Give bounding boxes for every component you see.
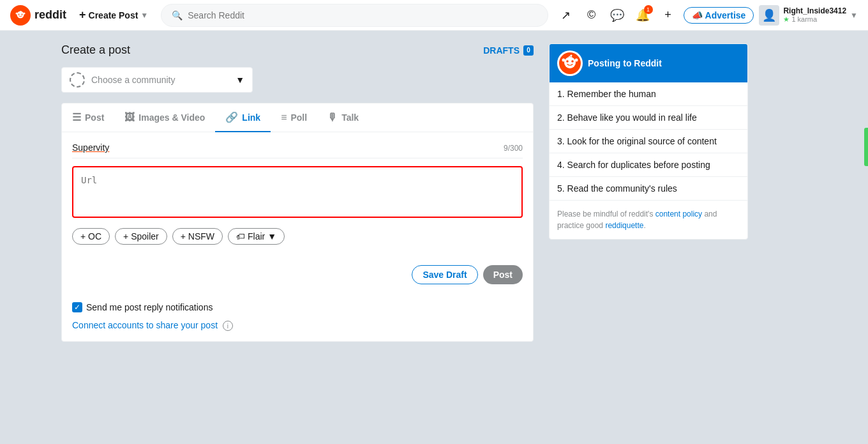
svg-point-5 [24,12,26,14]
search-bar[interactable]: 🔍 [161,4,548,27]
nsfw-button[interactable]: + NSFW [172,228,223,245]
connect-accounts-link[interactable]: Connect accounts to share your post [72,320,218,330]
karma-display: ★ 1 karma [783,15,846,24]
avatar: 👤 [759,5,779,26]
header: reddit + Create Post ▼ 🔍 ↗ © 💬 🔔 1 + 📣 A… [0,0,868,31]
plus-icon: + [79,8,86,22]
url-input[interactable] [81,175,514,207]
post-body: Supervity 9/300 + OC + Spoiler + [62,132,533,255]
coins-icon-button[interactable]: © [581,5,602,26]
svg-point-11 [575,59,578,62]
svg-point-3 [22,13,23,15]
header-icons: ↗ © 💬 🔔 1 + 📣 Advertise 👤 Right_Inside34… [556,5,858,26]
submit-row: Save Draft Post [62,255,533,295]
svg-point-7 [564,57,576,68]
notification-bell-button[interactable]: 🔔 1 [632,5,653,26]
char-count: 9/300 [504,144,523,153]
posting-rules-header: Posting to Reddit [550,44,747,82]
add-icon-button[interactable]: + [658,5,678,26]
chat-icon-button[interactable]: 💬 [607,5,627,26]
create-post-button[interactable]: + Create Post ▼ [74,6,153,24]
connect-accounts-row: Connect accounts to share your post i [62,320,533,341]
trending-icon-button[interactable]: ↗ [556,5,576,26]
post-tabs: ☰ Post 🖼 Images & Video 🔗 Link ≡ Poll 🎙 [62,103,533,132]
title-value: Supervity [72,142,109,153]
user-dropdown-arrow-icon: ▼ [850,11,858,20]
tab-poll[interactable]: ≡ Poll [271,103,317,132]
notification-label: Send me post reply notifications [86,302,213,312]
info-icon[interactable]: i [223,321,233,331]
tab-talk[interactable]: 🎙 Talk [317,103,369,132]
community-dropdown-arrow-icon: ▼ [236,75,244,85]
post-button[interactable]: Post [483,265,523,284]
spoiler-button[interactable]: + Spoiler [115,228,167,245]
tab-images-video[interactable]: 🖼 Images & Video [114,103,215,132]
page-title: Create a post [61,43,130,57]
notification-checkbox[interactable]: ✓ [72,302,82,312]
community-chooser[interactable]: Choose a community ▼ [61,67,253,93]
green-indicator [864,128,868,166]
save-draft-button[interactable]: Save Draft [412,265,477,284]
logo[interactable]: reddit [10,5,66,26]
content-policy-link[interactable]: content policy [655,210,702,218]
title-row: Supervity 9/300 [72,142,523,158]
rule-item-4: 4. Search for duplicates before posting [550,153,747,177]
svg-point-4 [16,12,18,14]
megaphone-icon: 📣 [692,10,703,20]
post-tab-icon: ☰ [72,111,81,123]
main-content: Create a post DRAFTS 0 Choose a communit… [61,43,534,342]
snoo-icon [557,50,583,76]
tab-post[interactable]: ☰ Post [62,103,114,132]
user-menu[interactable]: 👤 Right_Inside3412 ★ 1 karma ▼ [759,5,858,26]
community-chooser-label: Choose a community [91,75,229,85]
tag-icon: 🏷 [236,231,245,241]
flair-dropdown-icon: ▼ [267,231,276,241]
svg-point-12 [571,55,572,57]
reddit-logo-icon [10,5,31,26]
community-icon [70,72,85,88]
search-icon: 🔍 [172,10,183,20]
rules-footer: Please be mindful of reddit's content po… [550,201,747,239]
action-buttons: + OC + Spoiler + NSFW 🏷 Flair ▼ [72,228,523,245]
reddiquette-link[interactable]: reddiquette [605,221,643,230]
drafts-button[interactable]: DRAFTS 0 [483,45,534,56]
svg-point-9 [571,60,574,63]
url-input-wrapper[interactable] [72,166,523,218]
rules-list: 1. Remember the human 2. Behave like you… [550,82,747,201]
talk-tab-icon: 🎙 [327,112,338,123]
oc-button[interactable]: + OC [72,228,110,245]
search-input[interactable] [188,10,537,20]
posting-rules-title: Posting to Reddit [588,58,662,68]
star-icon: ★ [783,15,789,24]
tab-link[interactable]: 🔗 Link [215,103,271,132]
advertise-button[interactable]: 📣 Advertise [684,7,754,24]
rule-item-5: 5. Read the community's rules [550,177,747,200]
rule-item-3: 3. Look for the original source of conte… [550,130,747,153]
drafts-count-badge: 0 [523,45,534,56]
svg-point-10 [562,59,565,62]
post-card: ☰ Post 🖼 Images & Video 🔗 Link ≡ Poll 🎙 [61,103,534,342]
notification-badge: 1 [644,5,653,14]
rule-item-1: 1. Remember the human [550,82,747,106]
username: Right_Inside3412 [783,6,846,15]
svg-point-1 [17,11,24,18]
rule-item-2: 2. Behave like you would in real life [550,106,747,130]
poll-tab-icon: ≡ [281,112,287,123]
page-title-row: Create a post DRAFTS 0 [61,43,534,57]
flair-button[interactable]: 🏷 Flair ▼ [228,228,285,245]
svg-point-8 [566,60,569,63]
logo-wordmark: reddit [34,8,66,22]
sidebar: Posting to Reddit 1. Remember the human … [549,43,748,342]
dropdown-arrow-icon: ▼ [140,11,148,20]
notifications-row: ✓ Send me post reply notifications [62,295,533,320]
svg-point-2 [19,13,20,15]
images-tab-icon: 🖼 [124,112,135,123]
page-container: Create a post DRAFTS 0 Choose a communit… [51,31,817,355]
posting-rules-card: Posting to Reddit 1. Remember the human … [549,43,748,240]
link-tab-icon: 🔗 [225,111,238,123]
